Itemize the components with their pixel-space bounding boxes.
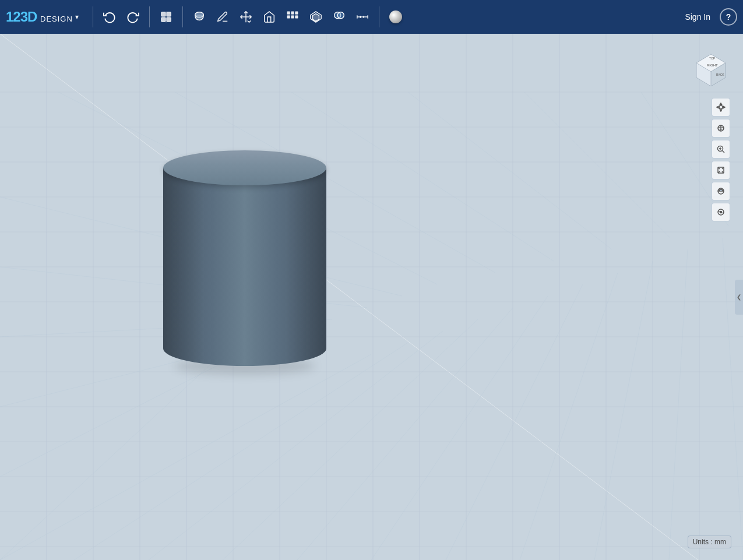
view-cube[interactable]: RIGHT TOP BACK [691, 45, 731, 86]
orbit-control[interactable] [712, 119, 730, 138]
svg-rect-13 [295, 16, 298, 19]
svg-rect-0 [161, 12, 165, 16]
fit-control[interactable] [712, 161, 730, 179]
svg-rect-12 [291, 16, 294, 19]
svg-rect-10 [295, 12, 298, 15]
svg-rect-8 [287, 12, 290, 15]
primitives-button[interactable] [189, 6, 210, 27]
svg-line-73 [408, 92, 612, 249]
logo-dropdown-icon[interactable]: ▾ [75, 13, 79, 21]
main-toolbar: 123D DESIGN ▾ [0, 0, 743, 34]
section-control[interactable] [712, 182, 730, 200]
svg-point-82 [719, 105, 723, 109]
press-pull-button[interactable] [305, 6, 326, 27]
svg-line-72 [291, 92, 554, 261]
svg-rect-2 [161, 17, 165, 22]
redo-button[interactable] [122, 6, 143, 27]
view-button[interactable] [259, 6, 280, 27]
right-panel-tab[interactable]: ❮ [735, 280, 743, 315]
svg-line-62 [669, 249, 688, 560]
divider-1 [93, 6, 93, 27]
svg-rect-11 [287, 16, 290, 19]
divider-2 [149, 6, 150, 27]
canvas-area[interactable]: RIGHT TOP BACK [0, 34, 743, 560]
svg-line-58 [371, 296, 548, 560]
cylinder-top [163, 150, 326, 185]
svg-line-53 [0, 354, 371, 560]
display-control[interactable] [712, 203, 730, 221]
add-button[interactable] [156, 6, 177, 27]
pan-control[interactable] [712, 98, 730, 117]
logo-area[interactable]: 123D DESIGN ▾ [6, 9, 79, 25]
units-badge[interactable]: Units : mm [688, 536, 731, 548]
divider-3 [182, 6, 183, 27]
svg-line-57 [297, 308, 513, 560]
svg-rect-1 [167, 12, 171, 16]
svg-marker-89 [717, 107, 719, 108]
svg-rect-3 [167, 17, 171, 22]
svg-marker-15 [312, 14, 319, 22]
svg-line-95 [723, 151, 725, 153]
signin-button[interactable]: Sign In [680, 10, 715, 24]
svg-point-106 [720, 212, 722, 213]
cylinder-body [163, 168, 326, 366]
undo-button[interactable] [99, 6, 120, 27]
material-button[interactable] [385, 6, 406, 27]
view-controls-panel [712, 98, 730, 221]
app-logo: 123D DESIGN [6, 9, 73, 25]
combine-button[interactable] [329, 6, 350, 27]
zoom-control[interactable] [712, 140, 730, 159]
grid-background [0, 34, 743, 560]
svg-point-17 [337, 12, 344, 19]
divider-4 [379, 6, 379, 27]
svg-rect-9 [291, 12, 294, 15]
svg-text:RIGHT: RIGHT [707, 64, 718, 67]
svg-line-23 [0, 34, 743, 560]
toolbar-right: Sign In ? [680, 8, 737, 26]
svg-line-74 [524, 92, 670, 238]
sketch-button[interactable] [212, 6, 233, 27]
help-button[interactable]: ? [720, 8, 737, 26]
measure-button[interactable] [352, 6, 373, 27]
svg-text:TOP: TOP [709, 57, 716, 60]
svg-marker-88 [720, 110, 722, 112]
svg-marker-87 [720, 103, 722, 105]
svg-text:BACK: BACK [716, 73, 724, 76]
transform-button[interactable] [235, 6, 256, 27]
svg-marker-90 [724, 107, 726, 108]
svg-line-61 [594, 261, 653, 560]
pattern-button[interactable] [282, 6, 303, 27]
cylinder-3d-object[interactable] [163, 150, 326, 366]
